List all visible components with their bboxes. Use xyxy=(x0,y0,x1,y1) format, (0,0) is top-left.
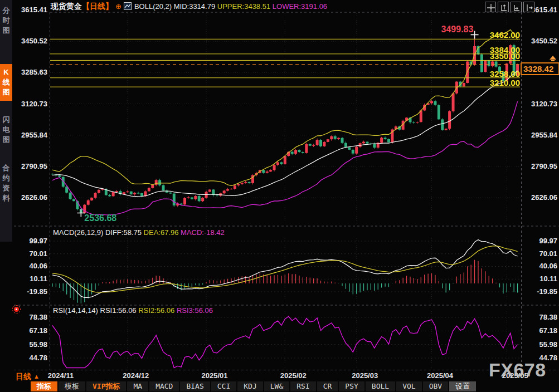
axis-tick-label: 40.06 xyxy=(523,262,557,271)
period-tag[interactable]: 【日线】 xyxy=(82,2,113,11)
price-level-label: 3210.00 xyxy=(478,78,520,87)
axis-tick-label: 2626.06 xyxy=(13,193,47,202)
toolbar-item-CCI[interactable]: CCI xyxy=(211,381,236,391)
axis-tick-label: 10.11 xyxy=(13,275,47,283)
axis-tick-label: 2955.84 xyxy=(523,131,557,140)
current-price-value: 3328.42 xyxy=(523,64,553,74)
boll-upper-readout: UPPER:3438.51 xyxy=(217,2,270,11)
toolbar-item-MACD[interactable]: MACD xyxy=(149,381,179,391)
watermark: FX678 xyxy=(489,359,546,381)
price-level-label: 3350.00 xyxy=(478,51,520,61)
trading-app-window: 现货黄金【日线】⊕BOLL(20,2) MID:3314.79 UPPER:34… xyxy=(0,0,559,392)
axis-tick-label: 2626.06 xyxy=(523,193,557,202)
sidebar-tab-minute-chart[interactable]: 分 时 图 xyxy=(0,2,12,39)
date-label: 2024/11 xyxy=(38,371,83,380)
axis-tick-label: 70.01 xyxy=(523,249,557,258)
axis-tick-label: 99.97 xyxy=(523,237,557,246)
date-label: 2025/03 xyxy=(343,371,387,380)
macd-diff-readout: MACD(26,12,9) DIFF:58.75 xyxy=(53,228,142,237)
price-level-label: 3462.00 xyxy=(478,30,520,40)
toolbar-item-LW&[interactable]: LW& xyxy=(264,381,289,391)
record-alert-icon xyxy=(12,305,21,313)
axis-tick-label: 3285.63 xyxy=(13,68,47,77)
axis-tick-label: 67.18 xyxy=(13,326,47,335)
crosshair-button[interactable] xyxy=(485,2,496,12)
rsi1-readout: RSI(14,14,14) RSI1:56.06 xyxy=(53,306,137,315)
axis-tick-label: 2790.95 xyxy=(523,162,557,171)
axis-tick-label: 10.11 xyxy=(523,275,557,283)
boll-lower-readout: LOWER:3191.06 xyxy=(273,2,327,11)
price-arrow-icon xyxy=(549,54,557,64)
scale-y-axis-button[interactable] xyxy=(498,2,509,12)
toolbar-item-设置[interactable]: 设置 xyxy=(449,381,476,391)
chevron-up-icon: ▲ xyxy=(33,373,40,380)
sidebar-tab-kline-chart[interactable]: K 线 图 xyxy=(0,64,12,101)
scale-y-axis-icon xyxy=(499,3,508,12)
scale-x-axis-icon xyxy=(512,3,521,12)
indicator-toolbar: 指标模板VIP指标MAMACDBIASCCIKDJLW&RSICRPSYBOLL… xyxy=(31,381,476,391)
macd-hist-readout: MACD:-18.42 xyxy=(181,228,225,237)
toolbar-item-KDJ[interactable]: KDJ xyxy=(237,381,263,391)
toolbar-item-PSY[interactable]: PSY xyxy=(339,381,364,391)
scale-x-axis-button[interactable] xyxy=(511,2,522,12)
axis-tick-label: 78.38 xyxy=(13,313,47,322)
rsi3-readout: RSI3:56.06 xyxy=(177,306,213,315)
toolbar-item-OBV[interactable]: OBV xyxy=(423,381,448,391)
sidebar-tab-contract-info[interactable]: 合 约 资 料 xyxy=(0,160,12,207)
add-indicator-icon[interactable]: ⊕ xyxy=(113,2,124,11)
axis-tick-label: 3450.52 xyxy=(13,37,47,46)
pan-right-icon xyxy=(524,3,533,12)
pan-right-button[interactable] xyxy=(523,2,534,12)
date-label: 2025/01 xyxy=(192,371,237,380)
macd-header: MACD(26,12,9) DIFF:58.75 DEA:67.96 MACD:… xyxy=(53,228,225,237)
toolbar-item-CR[interactable]: CR xyxy=(317,381,338,391)
date-label: 2025/04 xyxy=(418,371,463,380)
sidebar-tab-flash-chart[interactable]: 闪 电 图 xyxy=(0,111,12,148)
title-bar: 现货黄金【日线】⊕BOLL(20,2) MID:3314.79 UPPER:34… xyxy=(51,2,327,12)
axis-tick-label: 67.18 xyxy=(523,326,557,335)
crosshair-icon xyxy=(486,3,495,12)
rsi2-readout: RSI2:56.06 xyxy=(138,306,174,315)
axis-tick-label: 2955.84 xyxy=(13,131,47,140)
toolbar-item-BOLL[interactable]: BOLL xyxy=(366,381,395,391)
axis-tick-label: 44.78 xyxy=(13,354,47,362)
toolbar-item-RSI[interactable]: RSI xyxy=(290,381,315,391)
axis-tick-label: 78.38 xyxy=(523,313,557,322)
axis-tick-label: 55.98 xyxy=(13,340,47,349)
toolbar-item-指标[interactable]: 指标 xyxy=(31,381,57,391)
axis-tick-label: 2790.95 xyxy=(13,162,47,171)
low-annotation: 2536.68 xyxy=(84,213,116,223)
axis-tick-label: 3120.73 xyxy=(13,100,47,109)
symbol-name: 现货黄金 xyxy=(51,2,82,11)
boll-mid-readout: BOLL(20,2) MID:3314.79 xyxy=(134,2,215,11)
toolbar-item-MA[interactable]: MA xyxy=(127,381,148,391)
toolbar-item-模板[interactable]: 模板 xyxy=(59,381,85,391)
date-label: 2025/02 xyxy=(271,371,315,380)
macd-dea-readout: DEA:67.96 xyxy=(144,228,179,237)
axis-tick-label: 3450.52 xyxy=(523,37,557,46)
toolbar-item-VIP指标[interactable]: VIP指标 xyxy=(86,381,126,391)
axis-tick-label: 3120.73 xyxy=(523,100,557,109)
axis-tick-label: 55.98 xyxy=(523,340,557,349)
price-level-label: 3258.00 xyxy=(478,69,520,79)
axis-tick-label: -19.85 xyxy=(523,287,557,296)
boll-chart-icon xyxy=(124,2,132,12)
rsi-header: RSI(14,14,14) RSI1:56.06 RSI2:56.06 RSI3… xyxy=(53,306,213,315)
current-price-tag: 3328.42 xyxy=(521,62,559,75)
toolbar-item-VOL[interactable]: VOL xyxy=(396,381,421,391)
chart-canvas[interactable] xyxy=(0,0,559,392)
chart-toolbuttons xyxy=(485,2,534,12)
axis-tick-label: -19.85 xyxy=(13,287,47,296)
macd-diff-line xyxy=(52,240,518,298)
toolbar-item-BIAS[interactable]: BIAS xyxy=(180,381,210,391)
date-label: 2024/12 xyxy=(114,371,158,380)
rsi-line xyxy=(52,316,518,367)
axis-tick-label: 40.06 xyxy=(13,262,47,271)
axis-tick-label: 70.01 xyxy=(13,249,47,258)
period-selector[interactable]: 日线 ▲ xyxy=(16,372,40,382)
high-annotation: 3499.83 xyxy=(441,24,474,35)
axis-tick-label: 3615.41 xyxy=(13,6,47,14)
axis-tick-label: 99.97 xyxy=(13,237,47,246)
period-label: 日线 xyxy=(16,372,31,381)
